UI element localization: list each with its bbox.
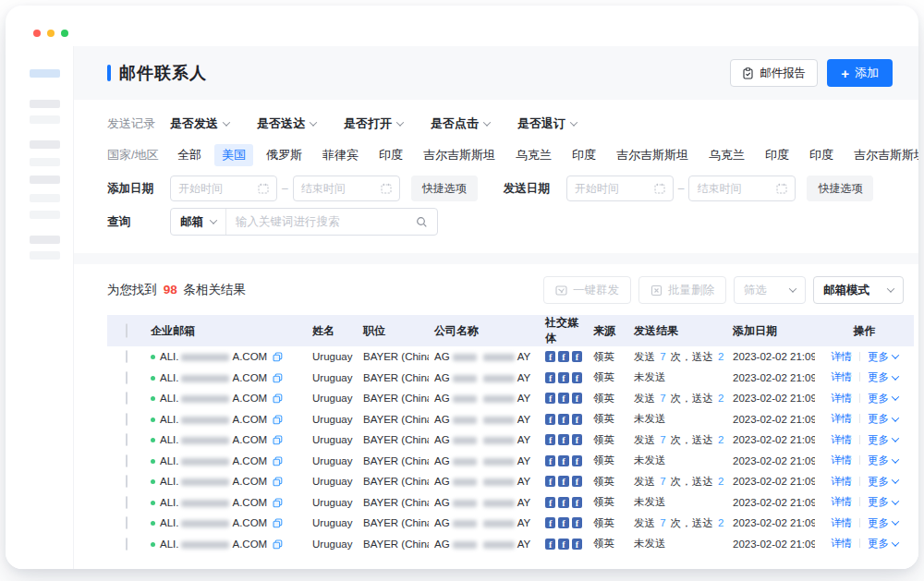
copy-icon[interactable]	[273, 498, 283, 508]
copy-icon[interactable]	[273, 352, 283, 362]
country-chip[interactable]: 全部	[170, 144, 209, 166]
facebook-icon[interactable]: f	[558, 455, 568, 466]
detail-link[interactable]: 详情	[831, 393, 852, 404]
select-all-checkbox[interactable]	[126, 323, 128, 338]
facebook-icon[interactable]: f	[558, 393, 568, 404]
more-link[interactable]: 更多	[868, 433, 898, 447]
add-date-end-input[interactable]: 结束时间	[293, 176, 400, 201]
facebook-icon[interactable]: f	[545, 393, 555, 404]
filter-dropdown[interactable]: 是否点击	[431, 115, 490, 132]
filter-select[interactable]: 筛选	[734, 276, 806, 304]
copy-icon[interactable]	[273, 477, 283, 487]
send-date-end-input[interactable]: 结束时间	[688, 176, 796, 201]
bulk-delete-button[interactable]: 批量删除	[638, 276, 726, 304]
search-input[interactable]: 输入关键词进行搜索	[226, 214, 437, 230]
detail-link[interactable]: 详情	[831, 371, 852, 382]
detail-link[interactable]: 详情	[831, 351, 852, 362]
filter-dropdown[interactable]: 是否发送	[170, 115, 229, 132]
sidebar-skeleton-bar[interactable]	[30, 140, 60, 149]
facebook-icon[interactable]: f	[545, 539, 555, 550]
row-checkbox[interactable]	[126, 475, 128, 488]
country-chip[interactable]: 乌克兰	[508, 144, 559, 166]
more-link[interactable]: 更多	[868, 350, 898, 364]
facebook-icon[interactable]: f	[572, 497, 582, 508]
detail-link[interactable]: 详情	[831, 413, 852, 424]
row-checkbox[interactable]	[126, 371, 128, 384]
country-chip[interactable]: 乌克兰	[701, 144, 752, 166]
facebook-icon[interactable]: f	[572, 393, 582, 404]
sidebar-skeleton-bar-active[interactable]	[30, 69, 60, 78]
facebook-icon[interactable]: f	[572, 372, 582, 383]
copy-icon[interactable]	[273, 435, 283, 445]
row-checkbox[interactable]	[126, 538, 128, 551]
country-chip[interactable]: 俄罗斯	[259, 144, 310, 166]
facebook-icon[interactable]: f	[545, 434, 555, 445]
add-button[interactable]: + 添加	[827, 59, 893, 87]
facebook-icon[interactable]: f	[572, 539, 582, 550]
more-link[interactable]: 更多	[868, 516, 898, 530]
mailbox-mode-select[interactable]: 邮箱模式	[813, 276, 904, 304]
facebook-icon[interactable]: f	[545, 455, 555, 466]
facebook-icon[interactable]: f	[558, 372, 568, 383]
facebook-icon[interactable]: f	[545, 351, 555, 362]
add-date-quick-options-button[interactable]: 快捷选项	[411, 176, 478, 201]
more-link[interactable]: 更多	[868, 412, 898, 426]
sidebar-skeleton-bar[interactable]	[30, 251, 60, 260]
facebook-icon[interactable]: f	[545, 414, 555, 425]
copy-icon[interactable]	[273, 456, 283, 466]
copy-icon[interactable]	[273, 415, 283, 425]
more-link[interactable]: 更多	[868, 454, 898, 467]
facebook-icon[interactable]: f	[572, 476, 582, 487]
row-checkbox[interactable]	[126, 496, 128, 509]
country-chip[interactable]: 美国	[214, 144, 253, 166]
country-chip[interactable]: 吉尔吉斯斯坦	[416, 144, 503, 166]
copy-icon[interactable]	[273, 539, 283, 550]
country-chip[interactable]: 印度	[565, 144, 603, 166]
facebook-icon[interactable]: f	[572, 414, 582, 425]
minimize-window-icon[interactable]	[47, 30, 55, 37]
country-chip[interactable]: 菲律宾	[315, 144, 366, 166]
facebook-icon[interactable]: f	[572, 351, 582, 362]
sidebar-skeleton-bar[interactable]	[30, 176, 60, 184]
facebook-icon[interactable]: f	[545, 517, 555, 528]
copy-icon[interactable]	[273, 373, 283, 383]
query-field-select[interactable]: 邮箱	[171, 209, 226, 235]
send-date-quick-options-button[interactable]: 快捷选项	[807, 176, 873, 201]
filter-dropdown[interactable]: 是否打开	[344, 115, 403, 132]
row-checkbox[interactable]	[126, 454, 128, 467]
facebook-icon[interactable]: f	[558, 539, 568, 550]
add-date-start-input[interactable]: 开始时间	[170, 176, 277, 201]
detail-link[interactable]: 详情	[831, 476, 852, 487]
sidebar-skeleton-bar[interactable]	[30, 158, 60, 166]
country-chip[interactable]: 吉尔吉斯斯坦	[846, 144, 918, 166]
country-chip[interactable]: 印度	[758, 144, 796, 166]
country-chip[interactable]: 吉尔吉斯斯坦	[609, 144, 696, 166]
facebook-icon[interactable]: f	[545, 476, 555, 487]
sidebar-skeleton-bar[interactable]	[30, 211, 60, 219]
detail-link[interactable]: 详情	[831, 454, 852, 466]
filter-dropdown[interactable]: 是否退订	[517, 115, 577, 132]
row-checkbox[interactable]	[126, 350, 128, 363]
mail-report-button[interactable]: 邮件报告	[730, 59, 818, 87]
sidebar-skeleton-bar[interactable]	[30, 115, 60, 124]
facebook-icon[interactable]: f	[572, 434, 582, 445]
facebook-icon[interactable]: f	[558, 434, 568, 445]
more-link[interactable]: 更多	[868, 495, 898, 509]
more-link[interactable]: 更多	[868, 370, 898, 384]
close-window-icon[interactable]	[33, 30, 41, 37]
row-checkbox[interactable]	[126, 516, 128, 529]
bulk-send-button[interactable]: 一键群发	[543, 276, 631, 304]
country-chip[interactable]: 印度	[371, 144, 410, 166]
facebook-icon[interactable]: f	[558, 497, 568, 508]
facebook-icon[interactable]: f	[558, 351, 568, 362]
copy-icon[interactable]	[273, 518, 283, 528]
row-checkbox[interactable]	[126, 392, 128, 405]
facebook-icon[interactable]: f	[545, 372, 555, 383]
facebook-icon[interactable]: f	[558, 414, 568, 425]
sidebar-skeleton-bar[interactable]	[30, 194, 60, 202]
more-link[interactable]: 更多	[868, 475, 898, 489]
facebook-icon[interactable]: f	[545, 497, 555, 508]
row-checkbox[interactable]	[126, 413, 128, 426]
more-link[interactable]: 更多	[868, 392, 898, 405]
facebook-icon[interactable]: f	[572, 517, 582, 528]
